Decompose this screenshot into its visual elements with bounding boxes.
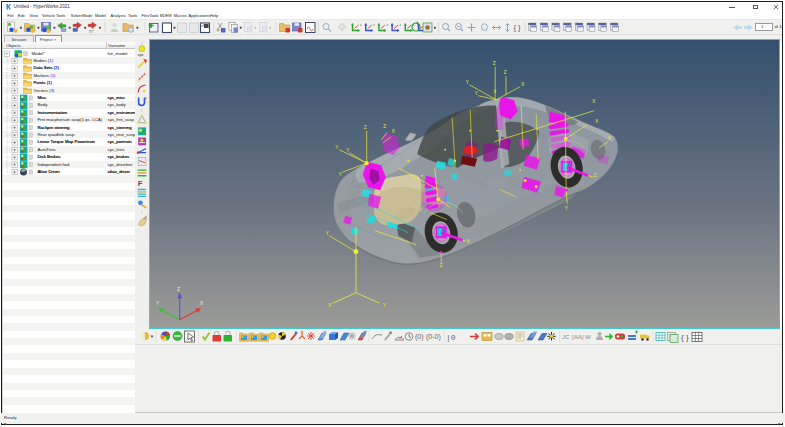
svg-text:z: z [373,23,375,27]
svg-text:X: X [521,82,524,87]
svg-text:Y: Y [419,208,422,213]
svg-text:Z: Z [439,263,442,268]
svg-text:X: X [607,136,610,141]
svg-text:X: X [466,239,469,244]
svg-text:Y: Y [325,231,328,236]
svg-text:Z: Z [503,70,506,75]
svg-text:z: z [400,23,402,27]
svg-text:JC: JC [561,334,570,340]
svg-text:X: X [199,300,203,306]
svg-text:Y: Y [474,91,477,96]
svg-text:X: X [391,129,394,134]
svg-text:Z: Z [492,61,495,66]
svg-text:z: z [386,23,388,27]
svg-text:Y: Y [338,172,341,177]
svg-text:{ }: { } [514,23,522,32]
svg-text:(0-0): (0-0) [426,333,441,341]
svg-text:Z: Z [593,173,596,178]
svg-text:Y: Y [335,145,338,150]
svg-text:xyz: xyz [137,53,143,57]
svg-text:[AA]: [AA] [572,334,584,340]
svg-text:Z: Z [177,286,180,292]
svg-text:Y: Y [564,206,567,211]
svg-text:Y: Y [382,303,385,308]
svg-text:F: F [137,179,142,188]
svg-text:X: X [592,99,595,104]
svg-text:X: X [328,303,331,308]
svg-text:|0: |0 [446,333,456,342]
svg-text:Z: Z [383,124,386,129]
svg-text:X: X [595,119,598,124]
svg-text:Z: Z [363,125,366,130]
svg-text:{ }: { } [681,333,689,342]
svg-text:(0): (0) [415,333,424,341]
svg-text:z: z [360,23,362,27]
svg-text:Y: Y [155,300,159,306]
svg-text:Y: Y [465,80,468,85]
svg-text:Y: Y [346,148,349,153]
svg-text:z: z [493,89,496,94]
svg-text:W: W [585,334,591,340]
